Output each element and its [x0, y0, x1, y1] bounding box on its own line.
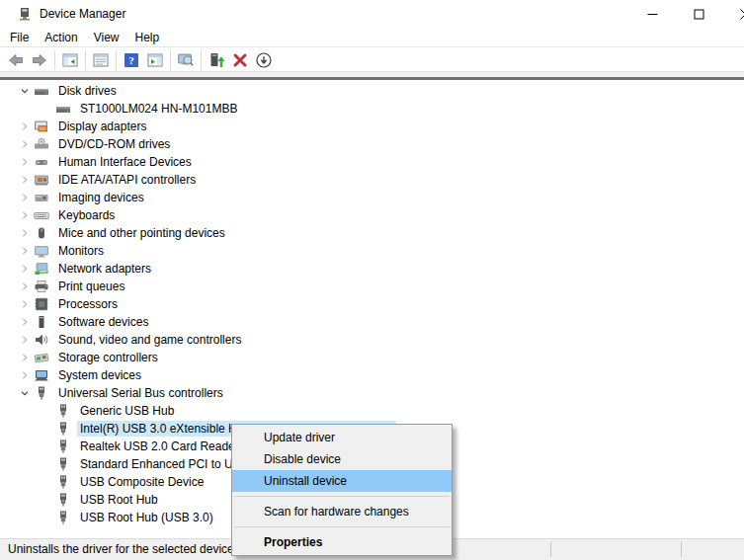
usb-icon	[55, 510, 71, 525]
tree-item-label: USB Composite Device	[77, 474, 207, 490]
chevron-expanded-icon[interactable]	[16, 384, 34, 402]
chevron-collapsed-icon[interactable]	[16, 366, 34, 384]
chevron-collapsed-icon[interactable]	[16, 118, 34, 135]
menu-help[interactable]: Help	[127, 29, 168, 46]
chevron-collapsed-icon[interactable]	[16, 189, 34, 206]
context-menu: Update driverDisable deviceUninstall dev…	[231, 424, 453, 556]
tree-item-human-interface-devices[interactable]: Human Interface Devices	[0, 153, 744, 171]
scan-hardware-icon	[177, 51, 195, 69]
minimize-button[interactable]	[630, 0, 675, 28]
context-menu-separator	[234, 496, 450, 497]
tree-item-label: Processors	[55, 296, 121, 312]
usb-icon	[55, 403, 71, 419]
chevron-collapsed-icon[interactable]	[16, 349, 34, 366]
chevron-spacer	[38, 402, 55, 420]
usb-icon	[55, 492, 71, 508]
tree-item-monitors[interactable]: Monitors	[0, 242, 744, 260]
ide-controller-icon	[34, 172, 49, 188]
toolbar-button-help[interactable]: ?	[120, 49, 143, 71]
toolbar-button-back[interactable]	[4, 49, 28, 71]
toolbar-button-show-action-pane[interactable]	[143, 49, 167, 71]
tree-item-print-queues[interactable]: Print queues	[0, 278, 744, 295]
chevron-spacer	[38, 509, 55, 526]
tree-item-storage-controllers[interactable]: Storage controllers	[0, 349, 744, 366]
system-device-icon	[34, 367, 49, 383]
toolbar-button-forward[interactable]	[28, 49, 51, 71]
chevron-collapsed-icon[interactable]	[16, 242, 34, 260]
chevron-collapsed-icon[interactable]	[16, 278, 34, 295]
device-manager-window: { "window": { "title": "Device Manager",…	[0, 0, 744, 560]
tree-item-system-devices[interactable]: System devices	[0, 366, 744, 384]
chevron-collapsed-icon[interactable]	[16, 224, 34, 242]
title-bar: Device Manager	[0, 0, 744, 28]
tree-item-keyboards[interactable]: Keyboards	[0, 206, 744, 224]
tree-item-st1000lm024-hn-m101mbb[interactable]: ST1000LM024 HN-M101MBB	[0, 100, 744, 118]
menu-view[interactable]: View	[86, 29, 127, 46]
tree-item-universal-serial-bus-controllers[interactable]: Universal Serial Bus controllers	[0, 384, 744, 402]
mouse-icon	[34, 225, 49, 241]
toolbar-separator	[54, 50, 55, 70]
context-menu-item-disable-device[interactable]: Disable device	[232, 448, 452, 470]
usb-icon	[34, 385, 49, 401]
chevron-collapsed-icon[interactable]	[16, 171, 34, 189]
tree-item-label: Monitors	[55, 243, 107, 259]
context-menu-separator	[234, 526, 450, 527]
statusbar-divider	[681, 542, 682, 557]
tree-item-label: Storage controllers	[55, 350, 161, 365]
tree-item-display-adapters[interactable]: Display adapters	[0, 118, 744, 135]
status-text: Uninstalls the driver for the selected d…	[8, 542, 237, 556]
processor-icon	[34, 296, 49, 312]
action-pane-icon	[146, 51, 164, 69]
toolbar-button-disable-device[interactable]	[252, 49, 276, 71]
close-button[interactable]	[723, 0, 744, 28]
sound-icon	[34, 332, 49, 348]
back-icon	[7, 51, 25, 69]
tree-item-label: Disk drives	[55, 83, 120, 99]
toolbar-button-update-driver[interactable]	[205, 49, 228, 71]
maximize-button[interactable]	[677, 0, 721, 28]
tree-item-label: Mice and other pointing devices	[55, 225, 228, 241]
tree-item-software-devices[interactable]: Software devices	[0, 313, 744, 331]
chevron-collapsed-icon[interactable]	[16, 313, 34, 331]
tree-item-sound-video-and-game-controllers[interactable]: Sound, video and game controllers	[0, 331, 744, 349]
tree-item-network-adapters[interactable]: Network adapters	[0, 260, 744, 278]
chevron-collapsed-icon[interactable]	[16, 260, 34, 278]
chevron-collapsed-icon[interactable]	[16, 135, 34, 153]
context-menu-item-properties[interactable]: Properties	[232, 531, 452, 553]
tree-item-dvd-cd-rom-drives[interactable]: DVD/CD-ROM drives	[0, 135, 744, 153]
toolbar-button-properties[interactable]	[89, 49, 113, 71]
chevron-collapsed-icon[interactable]	[16, 206, 34, 224]
statusbar-divider	[550, 542, 551, 557]
toolbar-button-scan-for-hardware-changes[interactable]	[174, 49, 198, 71]
usb-icon	[55, 456, 71, 472]
menu-file[interactable]: File	[2, 29, 37, 46]
toolbar-button-show-console-tree[interactable]	[58, 49, 82, 71]
usb-icon	[55, 474, 71, 490]
help-icon: ?	[123, 51, 140, 69]
toolbar-button-uninstall-device[interactable]	[228, 49, 252, 71]
chevron-expanded-icon[interactable]	[16, 82, 34, 100]
tree-item-label: DVD/CD-ROM drives	[55, 136, 173, 152]
tree-item-label: USB Root Hub	[77, 492, 161, 508]
tree-item-label: IDE ATA/ATAPI controllers	[55, 172, 199, 188]
context-menu-item-scan-for-hardware-changes[interactable]: Scan for hardware changes	[232, 501, 452, 522]
chevron-collapsed-icon[interactable]	[16, 153, 34, 171]
tree-item-disk-drives[interactable]: Disk drives	[0, 82, 744, 100]
context-menu-item-uninstall-device[interactable]: Uninstall device	[232, 470, 452, 492]
device-manager-app-icon	[17, 6, 33, 22]
close-icon	[740, 9, 744, 20]
chevron-collapsed-icon[interactable]	[16, 331, 34, 349]
tree-item-ide-ata-atapi-controllers[interactable]: IDE ATA/ATAPI controllers	[0, 171, 744, 189]
disable-icon	[255, 51, 273, 69]
tree-item-mice-and-other-pointing-devices[interactable]: Mice and other pointing devices	[0, 224, 744, 242]
tree-item-generic-usb-hub[interactable]: Generic USB Hub	[0, 402, 744, 420]
chevron-collapsed-icon[interactable]	[16, 295, 34, 313]
context-menu-item-update-driver[interactable]: Update driver	[232, 427, 452, 448]
tree-item-processors[interactable]: Processors	[0, 295, 744, 313]
tree-item-imaging-devices[interactable]: Imaging devices	[0, 189, 744, 206]
menu-action[interactable]: Action	[37, 29, 85, 46]
properties-icon	[92, 51, 110, 69]
tree-item-label: Print queues	[55, 279, 127, 294]
toolbar-separator	[116, 50, 117, 70]
monitor-icon	[34, 243, 49, 259]
